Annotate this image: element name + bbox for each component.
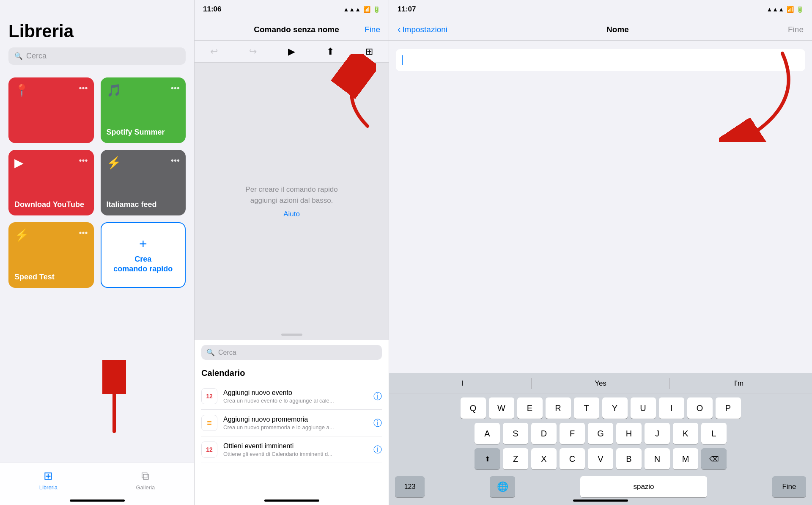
key-X[interactable]: X: [531, 448, 557, 469]
battery-icon: 🔋: [373, 6, 380, 13]
action-icon: 12: [201, 388, 217, 404]
key-backspace[interactable]: ⌫: [701, 448, 727, 469]
signal-icon: ▲▲▲: [766, 6, 784, 13]
panel3-nav: ‹ Impostazioni Nome Fine: [389, 19, 812, 41]
shortcut-card-location[interactable]: 📍 •••: [8, 77, 94, 143]
action-item[interactable]: ≡ Aggiungi nuovo promemoria Crea un nuov…: [201, 410, 382, 436]
key-R[interactable]: R: [546, 397, 571, 419]
key-A[interactable]: A: [475, 423, 500, 444]
battery-icon: 🔋: [796, 6, 804, 13]
suggestion-Yes[interactable]: Yes: [532, 379, 669, 388]
nav-title: Nome: [606, 25, 629, 34]
card-label: Italiamac feed: [107, 200, 180, 210]
red-arrow-2: [325, 54, 376, 132]
home-indicator: [264, 499, 319, 502]
card-top: ⚡ •••: [107, 156, 180, 170]
redo-button[interactable]: ↪: [249, 46, 257, 57]
key-G[interactable]: G: [588, 423, 613, 444]
actions-panel: 🔍 Cerca Calendario 12 Aggiungi nuovo eve…: [195, 340, 389, 505]
panel-libreria: Libreria 🔍 Cerca 📍 ••• 🎵 ••• Spotify Sum…: [0, 0, 195, 505]
suggestion-Im[interactable]: I'm: [670, 379, 808, 388]
key-K[interactable]: K: [673, 423, 698, 444]
shortcut-card-create[interactable]: + Creacomando rapido: [101, 222, 186, 288]
tab-galleria[interactable]: ⧉ Galleria: [136, 469, 155, 491]
undo-button[interactable]: ↩: [210, 46, 218, 57]
key-Z[interactable]: Z: [503, 448, 528, 469]
keyboard-rows: Q W E R T Y U I O P A S D F G H J K: [389, 394, 812, 505]
key-Q[interactable]: Q: [461, 397, 486, 419]
key-numbers[interactable]: 123: [395, 476, 425, 497]
key-D[interactable]: D: [531, 423, 557, 444]
key-shift[interactable]: ⬆: [475, 448, 500, 469]
key-P[interactable]: P: [716, 397, 741, 419]
back-button[interactable]: ‹ Impostazioni: [398, 24, 447, 35]
info-icon[interactable]: ⓘ: [373, 391, 382, 402]
key-M[interactable]: M: [673, 448, 698, 469]
drag-handle[interactable]: [281, 334, 302, 336]
key-J[interactable]: J: [645, 423, 670, 444]
wifi-icon: 📶: [363, 6, 370, 13]
search-bar[interactable]: 🔍 Cerca: [8, 47, 186, 65]
name-input[interactable]: [396, 49, 805, 71]
actions-search[interactable]: 🔍 Cerca: [201, 345, 382, 360]
tab-libreria[interactable]: ⊞ Libreria: [39, 469, 58, 491]
actions-list: Calendario 12 Aggiungi nuovo evento Crea…: [195, 365, 389, 505]
action-desc: Crea un nuovo promemoria e lo aggiunge a…: [223, 424, 368, 430]
key-globe[interactable]: 🌐: [490, 476, 515, 497]
share-button[interactable]: ⬆: [326, 46, 334, 57]
card-menu-icon[interactable]: •••: [79, 156, 88, 166]
key-E[interactable]: E: [517, 397, 543, 419]
bolt-icon: ⚡: [107, 156, 121, 170]
card-label: Download YouTube: [14, 200, 88, 210]
panel-comando: 11:06 ▲▲▲ 📶 🔋 Comando senza nome Fine ↩ …: [195, 0, 389, 505]
key-L[interactable]: L: [701, 423, 727, 444]
key-F[interactable]: F: [560, 423, 585, 444]
card-menu-icon[interactable]: •••: [171, 83, 180, 93]
key-row-3: ⬆ Z X C V B N M ⌫: [392, 448, 809, 469]
action-icon: 12: [201, 442, 217, 458]
key-I[interactable]: I: [659, 397, 684, 419]
action-desc: Ottiene gli eventi di Calendario imminen…: [223, 451, 368, 457]
card-label: Spotify Summer: [107, 128, 180, 137]
info-icon[interactable]: ⓘ: [373, 417, 382, 429]
shortcut-card-youtube[interactable]: ▶ ••• Download YouTube: [8, 150, 94, 215]
info-icon[interactable]: ⓘ: [373, 444, 382, 455]
nav-done-button[interactable]: Fine: [365, 25, 380, 34]
action-item[interactable]: 12 Aggiungi nuovo evento Crea un nuovo e…: [201, 383, 382, 410]
key-B[interactable]: B: [616, 448, 642, 469]
settings-button[interactable]: ⊞: [365, 46, 373, 57]
key-O[interactable]: O: [687, 397, 713, 419]
key-T[interactable]: T: [574, 397, 599, 419]
key-Y[interactable]: Y: [602, 397, 628, 419]
grid-icon: ⊞: [44, 469, 53, 483]
key-S[interactable]: S: [503, 423, 528, 444]
key-V[interactable]: V: [588, 448, 613, 469]
action-item[interactable]: 12 Ottieni eventi imminenti Ottiene gli …: [201, 436, 382, 463]
play-button[interactable]: ▶: [288, 46, 295, 57]
nav-done-button[interactable]: Fine: [788, 25, 804, 34]
status-bar: 11:06 ▲▲▲ 📶 🔋: [195, 0, 389, 19]
nav-title: Comando senza nome: [254, 25, 339, 34]
shortcut-card-speedtest[interactable]: ⚡ ••• Speed Test: [8, 222, 94, 288]
key-W[interactable]: W: [489, 397, 514, 419]
key-done[interactable]: Fine: [772, 476, 806, 497]
key-N[interactable]: N: [645, 448, 670, 469]
suggestion-I[interactable]: I: [393, 379, 531, 388]
key-space[interactable]: spazio: [580, 476, 707, 497]
shortcut-card-spotify[interactable]: 🎵 ••• Spotify Summer: [101, 77, 186, 143]
card-menu-icon[interactable]: •••: [79, 83, 88, 93]
status-time: 11:06: [203, 5, 221, 14]
key-C[interactable]: C: [560, 448, 585, 469]
search-icon: 🔍: [206, 348, 215, 356]
card-menu-icon[interactable]: •••: [79, 228, 88, 238]
action-name: Aggiungi nuovo evento: [223, 389, 368, 397]
card-menu-icon[interactable]: •••: [171, 156, 180, 166]
help-link[interactable]: Aiuto: [283, 210, 300, 218]
play-icon: ▶: [14, 156, 24, 170]
action-text: Aggiungi nuovo promemoria Crea un nuovo …: [223, 416, 368, 430]
card-top: 📍 •••: [14, 83, 88, 97]
shortcut-card-italiamac[interactable]: ⚡ ••• Italiamac feed: [101, 150, 186, 215]
content-area: Per creare il comando rapidoaggiungi azi…: [195, 63, 389, 340]
key-H[interactable]: H: [616, 423, 642, 444]
key-U[interactable]: U: [631, 397, 656, 419]
